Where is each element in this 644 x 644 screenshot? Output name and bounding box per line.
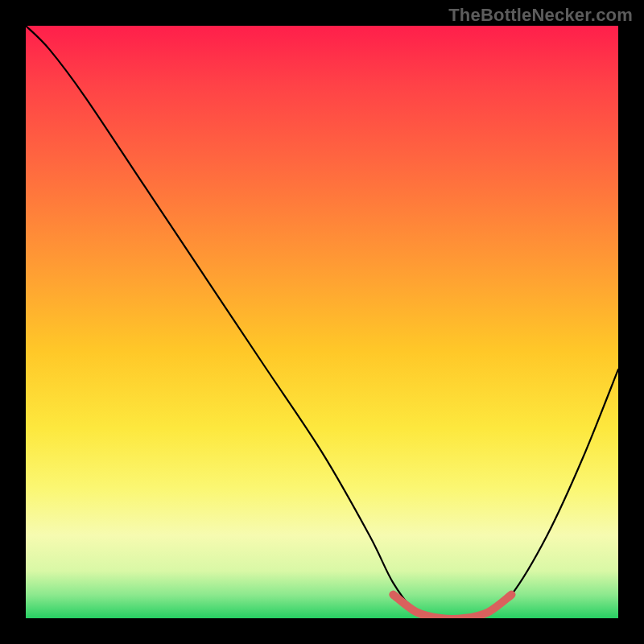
curve-layer [26, 26, 618, 618]
bottleneck-curve [26, 26, 618, 618]
watermark-text: TheBottleNecker.com [448, 5, 633, 26]
optimal-region [393, 595, 511, 618]
chart-frame: TheBottleNecker.com [0, 0, 644, 644]
plot-area [26, 26, 618, 618]
